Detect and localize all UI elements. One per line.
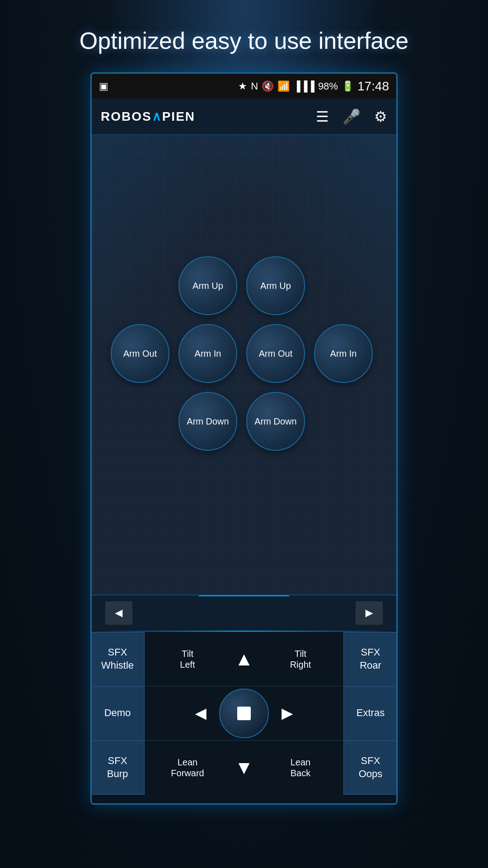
app-bar: ROBOS∧PIEN ☰ 🎤 ⚙ xyxy=(92,99,396,135)
left-arm-in-button[interactable]: Arm In xyxy=(178,324,237,383)
page-title: Optimized easy to use interface xyxy=(63,27,425,54)
microphone-icon[interactable]: 🎤 xyxy=(343,108,361,125)
empty-cell4 xyxy=(314,392,373,451)
nav-left-arrow[interactable]: ◄ xyxy=(105,601,132,625)
left-arrow-button[interactable]: ◄ xyxy=(191,703,210,724)
control-row-3: SFXBurp LeanForward ▼ LeanBack SFXOops xyxy=(90,740,398,794)
left-arm-down-button[interactable]: Arm Down xyxy=(178,392,237,451)
battery-percent: 98% xyxy=(318,80,338,92)
wifi-icon: 📶 xyxy=(277,80,290,92)
screen-icon: ▣ xyxy=(99,80,108,92)
sfx-whistle-button[interactable]: SFXWhistle xyxy=(90,632,145,686)
menu-icon[interactable]: ☰ xyxy=(316,108,329,125)
control-row-2: Demo ◄ ► Extras xyxy=(90,686,398,740)
settings-icon[interactable]: ⚙ xyxy=(374,108,387,125)
empty-cell3 xyxy=(111,392,169,451)
control-panel: SFXWhistle TiltLeft ▲ TiltRight SFXRoar … xyxy=(92,632,396,803)
sfx-roar-button[interactable]: SFXRoar xyxy=(343,632,398,686)
sfx-oops-button[interactable]: SFXOops xyxy=(343,741,398,795)
tilt-left-button[interactable]: TiltLeft xyxy=(167,648,208,670)
lean-back-button[interactable]: LeanBack xyxy=(280,757,321,778)
right-arm-down-button[interactable]: Arm Down xyxy=(246,392,305,451)
nav-right-arrow[interactable]: ► xyxy=(356,601,383,625)
phone-frame: ▣ ★ N 🔇 📶 ▐▐▐ 98% 🔋 17:48 ROBOS∧PIEN ☰ 🎤… xyxy=(90,72,398,805)
app-logo: ROBOS∧PIEN xyxy=(101,109,316,124)
right-arrow-button[interactable]: ► xyxy=(278,703,297,724)
right-arm-up-button[interactable]: Arm Up xyxy=(246,256,305,315)
network-icon: N xyxy=(251,80,258,92)
clock: 17:48 xyxy=(357,79,389,94)
nav-bar: ◄ ► xyxy=(92,594,396,631)
right-arm-out-button[interactable]: Arm Out xyxy=(246,324,305,383)
status-bar: ▣ ★ N 🔇 📶 ▐▐▐ 98% 🔋 17:48 xyxy=(92,74,396,99)
signal-icon: ▐▐▐ xyxy=(293,80,314,92)
mute-icon: 🔇 xyxy=(262,80,274,92)
stop-button[interactable] xyxy=(219,689,269,738)
demo-button[interactable]: Demo xyxy=(90,686,145,741)
extras-button[interactable]: Extras xyxy=(343,686,398,741)
right-arm-in-button[interactable]: Arm In xyxy=(314,324,373,383)
lean-forward-button[interactable]: LeanForward xyxy=(167,757,208,778)
up-arrow-button[interactable]: ▲ xyxy=(235,648,253,670)
battery-icon: 🔋 xyxy=(342,80,354,92)
empty-cell xyxy=(111,256,169,315)
left-arm-out-button[interactable]: Arm Out xyxy=(111,324,169,383)
grid-area: Arm Up Arm Up Arm Out Arm In Arm Out Arm… xyxy=(92,135,396,594)
control-row-1: SFXWhistle TiltLeft ▲ TiltRight SFXRoar xyxy=(90,632,398,686)
stop-icon xyxy=(237,707,251,720)
tilt-right-button[interactable]: TiltRight xyxy=(280,648,321,670)
down-arrow-button[interactable]: ▼ xyxy=(235,757,253,778)
bluetooth-icon: ★ xyxy=(238,80,247,92)
sfx-burp-button[interactable]: SFXBurp xyxy=(90,741,145,795)
empty-cell2 xyxy=(314,256,373,315)
left-arm-up-button[interactable]: Arm Up xyxy=(178,256,237,315)
